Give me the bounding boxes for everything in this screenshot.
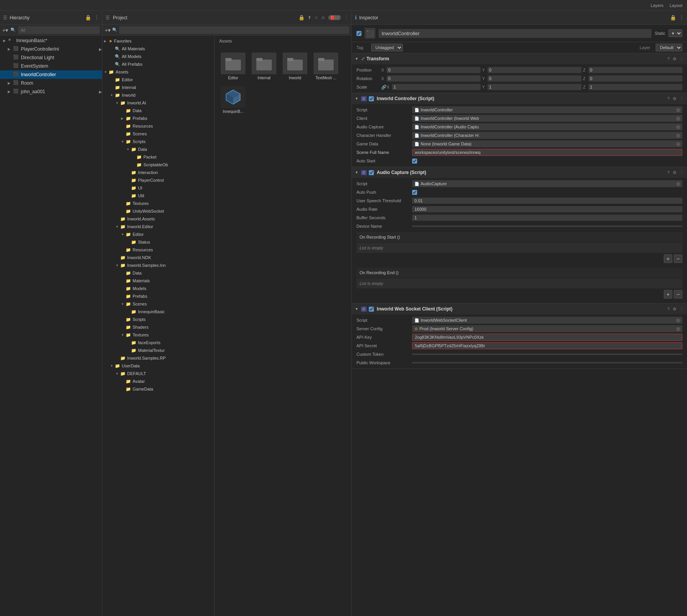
inworld-controller-more-icon[interactable]: ⋮ <box>680 96 684 101</box>
layer-dropdown[interactable]: Default <box>656 44 682 51</box>
hierarchy-add-button[interactable]: +▾ <box>2 27 8 33</box>
tree-item-inworld-editor[interactable]: ▼ 📁 Inworld.Editor <box>102 223 214 230</box>
tree-item-scenes2[interactable]: ▼ 📁 Scenes <box>102 300 214 308</box>
tree-item-gamedata[interactable]: 📁 GameData <box>102 385 214 393</box>
tree-item-inworld-ndk[interactable]: 📁 Inworld.NDK <box>102 254 214 261</box>
tree-item-innequinbasic[interactable]: 📁 InnequinBasic <box>102 308 214 316</box>
static-dropdown[interactable]: ▾ <box>668 29 682 37</box>
tree-item-scriptableob[interactable]: 📁 ScriptableOb <box>102 161 214 169</box>
ac-recording-end-add-btn[interactable]: + <box>664 290 672 299</box>
ic-script-ref-circle[interactable]: ◎ <box>676 107 680 113</box>
ac-bufferseconds-value[interactable]: 1 <box>412 215 682 221</box>
websocket-settings-icon[interactable]: ⚙ <box>673 307 677 312</box>
rotation-z-input[interactable] <box>588 75 682 82</box>
transform-help-icon[interactable]: ? <box>667 56 670 61</box>
project-menu-icon[interactable]: ☰ <box>106 15 110 20</box>
audio-capture-more-icon[interactable]: ⋮ <box>680 170 684 175</box>
tree-item-resources1[interactable]: 📁 Resources <box>102 122 214 130</box>
hierarchy-item-inworldcontroller[interactable]: ⬛ InworldController <box>0 70 102 79</box>
tree-item-unitywebsocket[interactable]: 📁 UnityWebSocket <box>102 207 214 215</box>
ac-audiorate-value[interactable]: 16000 <box>412 206 682 212</box>
hierarchy-more-icon[interactable]: ⋮ <box>94 15 99 20</box>
tree-item-scripts2[interactable]: 📁 Scripts <box>102 316 214 323</box>
hierarchy-item-room[interactable]: ▶ ⬛ Room <box>0 79 102 87</box>
tree-item-data3[interactable]: 📁 Data <box>102 269 214 277</box>
ac-recording-end-remove-btn[interactable]: − <box>674 290 682 299</box>
tree-item-inworld-assets[interactable]: 📁 Inworld.Assets <box>102 215 214 223</box>
tag-dropdown[interactable]: Untagged <box>371 44 403 51</box>
tree-item-textures2[interactable]: ▼ 📁 Textures <box>102 331 214 339</box>
asset-folder-textmesh[interactable]: TextMesh ... <box>314 53 338 80</box>
project-warning-icon[interactable]: ⚠ <box>321 15 325 20</box>
tree-item-scripts1[interactable]: ▼ 📁 Scripts <box>102 138 214 145</box>
tree-item-shaders[interactable]: 📁 Shaders <box>102 323 214 331</box>
inspector-lock-icon[interactable]: 🔒 <box>670 15 676 20</box>
ic-autostart-checkbox[interactable] <box>412 159 417 164</box>
asset-folder-internal[interactable]: Internal <box>252 53 276 80</box>
tree-item-inworld-samples-rp[interactable]: 📁 Inworld.Samples.RP <box>102 354 214 362</box>
inworld-controller-checkbox[interactable] <box>369 96 374 101</box>
asset-folder-editor[interactable]: Editor <box>221 53 245 80</box>
tree-item-userdata[interactable]: ▼ 📁 UserData <box>102 362 214 370</box>
ac-script-ref-circle[interactable]: ◎ <box>676 181 680 186</box>
project-search-input[interactable] <box>119 26 349 34</box>
hierarchy-item-directionallight[interactable]: ⬛ Directional Light <box>0 53 102 62</box>
hierarchy-item-eventsystem[interactable]: ⬛ EventSystem <box>0 62 102 70</box>
tree-item-util[interactable]: 📁 Util <box>102 192 214 200</box>
transform-settings-icon[interactable]: ⚙ <box>673 56 677 61</box>
tree-item-prefabs1[interactable]: ▶ 📁 Prefabs <box>102 114 214 122</box>
ws-apikey-value[interactable]: 2og83K3KNs8lmVaoL93pVNPc0Xzk <box>412 334 682 341</box>
rotation-y-input[interactable] <box>488 75 581 82</box>
tree-item-data1[interactable]: 📁 Data <box>102 107 214 114</box>
tree-item-faceexports[interactable]: 📁 faceExports <box>102 339 214 346</box>
ws-publicworkspace-value[interactable] <box>412 362 682 363</box>
layout-btn[interactable]: Layout <box>670 3 682 8</box>
tree-item-data2[interactable]: ▼ 📁 Data <box>102 145 214 153</box>
tree-item-default[interactable]: ▼ 📁 DEFAULT <box>102 370 214 377</box>
project-lock-icon[interactable]: 🔒 <box>298 15 305 20</box>
layers-btn[interactable]: Layers <box>651 3 663 8</box>
scale-x-input[interactable] <box>392 84 481 90</box>
project-add-button[interactable]: +▾ <box>105 27 111 33</box>
ws-serverconfig-ref-circle[interactable]: ◎ <box>676 326 680 331</box>
ic-characterhandler-ref-circle[interactable]: ◎ <box>676 133 680 138</box>
asset-cube-innequin[interactable]: InnequinB... <box>221 86 245 114</box>
tree-item-interaction[interactable]: 📁 Interaction <box>102 169 214 176</box>
ac-devicename-value[interactable] <box>412 225 682 227</box>
ws-apisecret-value[interactable]: 5aRjDzBGPf5PTzd25rHFiazxIyqZ88r <box>412 342 682 349</box>
tree-item-materialtextur[interactable]: 📁 MaterialTextur <box>102 346 214 354</box>
audio-capture-header[interactable]: ▼ # Audio Capture (Script) ? ⚙ ⋮ <box>352 167 687 178</box>
position-y-input[interactable] <box>488 67 581 73</box>
tree-item-prefabs2[interactable]: 📁 Prefabs <box>102 292 214 300</box>
audio-capture-checkbox[interactable] <box>369 170 374 175</box>
tree-item-resources2[interactable]: 📁 Resources <box>102 246 214 254</box>
hierarchy-menu-icon[interactable]: ☰ <box>3 15 7 20</box>
hierarchy-item-john[interactable]: ▶ ⬛ john_aa001 ▶ <box>0 87 102 96</box>
inworld-controller-settings-icon[interactable]: ⚙ <box>673 96 677 101</box>
audio-capture-settings-icon[interactable]: ⚙ <box>673 170 677 175</box>
hierarchy-lock-icon[interactable]: 🔒 <box>85 15 91 20</box>
tree-item-all-materials[interactable]: 🔍 All Materials <box>102 45 214 53</box>
tree-item-playercontrol[interactable]: 📁 PlayerControl <box>102 176 214 184</box>
ac-autopush-checkbox[interactable] <box>412 190 417 195</box>
tree-item-internal[interactable]: 📁 Internal <box>102 84 214 91</box>
project-upload-icon[interactable]: ⬆ <box>308 15 311 20</box>
hierarchy-search-input[interactable] <box>18 26 100 34</box>
tree-item-all-models[interactable]: 🔍 All Models <box>102 53 214 60</box>
ic-scenefullname-value[interactable]: workspaces/unitytest/scenes/inneq <box>412 149 682 156</box>
project-more-icon[interactable]: ⋮ <box>344 15 348 20</box>
object-active-checkbox[interactable] <box>356 31 361 36</box>
tree-item-favorites[interactable]: ▶ ★ Favorites <box>102 37 214 45</box>
scale-z-input[interactable] <box>588 84 682 90</box>
tree-item-editor[interactable]: 📁 Editor <box>102 76 214 84</box>
tree-item-assets-root[interactable]: ▼ 📁 Assets <box>102 68 214 76</box>
tree-item-editor2[interactable]: ▼ 📁 Editor <box>102 230 214 238</box>
position-x-input[interactable] <box>387 67 481 73</box>
tree-item-packet[interactable]: 📁 Packet <box>102 153 214 161</box>
websocket-more-icon[interactable]: ⋮ <box>680 307 684 312</box>
inworld-controller-header[interactable]: ▼ # Inworld Controller (Script) ? ⚙ ⋮ <box>352 93 687 104</box>
tree-item-inworld-samples-inn[interactable]: ▼ 📁 Inworld.Samples.Inn <box>102 261 214 269</box>
tree-item-models[interactable]: 📁 Models <box>102 285 214 292</box>
ic-client-ref-circle[interactable]: ◎ <box>676 116 680 121</box>
ws-customtoken-value[interactable] <box>412 353 682 355</box>
